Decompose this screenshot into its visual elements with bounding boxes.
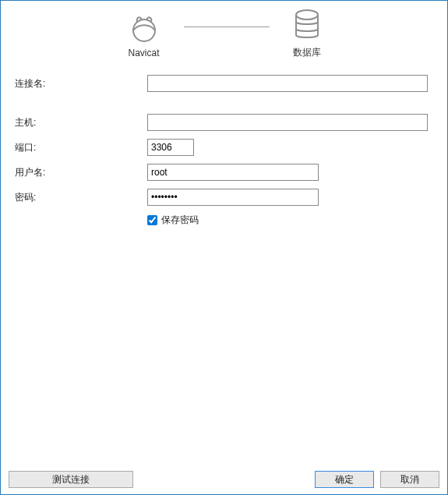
- username-input[interactable]: [147, 164, 319, 181]
- row-host: 主机:: [15, 114, 433, 131]
- save-password-checkbox[interactable]: [147, 215, 157, 225]
- username-label: 用户名:: [15, 166, 147, 179]
- port-label: 端口:: [15, 141, 147, 154]
- svg-point-0: [133, 19, 155, 41]
- row-save-password: 保存密码: [147, 214, 433, 227]
- footer-spacer: [139, 471, 309, 488]
- password-input[interactable]: [147, 189, 319, 206]
- port-input[interactable]: [147, 139, 194, 156]
- save-password-label[interactable]: 保存密码: [161, 214, 199, 227]
- header: Navicat 数据库: [1, 1, 447, 65]
- svg-point-1: [296, 10, 318, 19]
- footer: 测试连接 确定 取消: [1, 471, 447, 488]
- database-icon-col: 数据库: [293, 9, 321, 59]
- navicat-icon: [128, 10, 161, 43]
- connector-line: [184, 27, 270, 27]
- ok-button[interactable]: 确定: [315, 471, 374, 488]
- database-label: 数据库: [293, 46, 321, 59]
- database-icon: [293, 9, 321, 41]
- row-password: 密码:: [15, 189, 433, 206]
- connection-name-label: 连接名:: [15, 77, 147, 90]
- connection-form: 连接名: 主机: 端口: 用户名: 密码: 保存密码: [1, 65, 447, 227]
- connection-name-input[interactable]: [147, 75, 428, 92]
- host-input[interactable]: [147, 114, 428, 131]
- row-port: 端口:: [15, 139, 433, 156]
- host-label: 主机:: [15, 116, 147, 129]
- row-username: 用户名:: [15, 164, 433, 181]
- password-label: 密码:: [15, 191, 147, 204]
- cancel-button[interactable]: 取消: [380, 471, 439, 488]
- test-connection-button[interactable]: 测试连接: [9, 471, 133, 488]
- navicat-label: Navicat: [128, 48, 159, 58]
- row-connection-name: 连接名:: [15, 75, 433, 92]
- navicat-icon-col: Navicat: [128, 10, 161, 58]
